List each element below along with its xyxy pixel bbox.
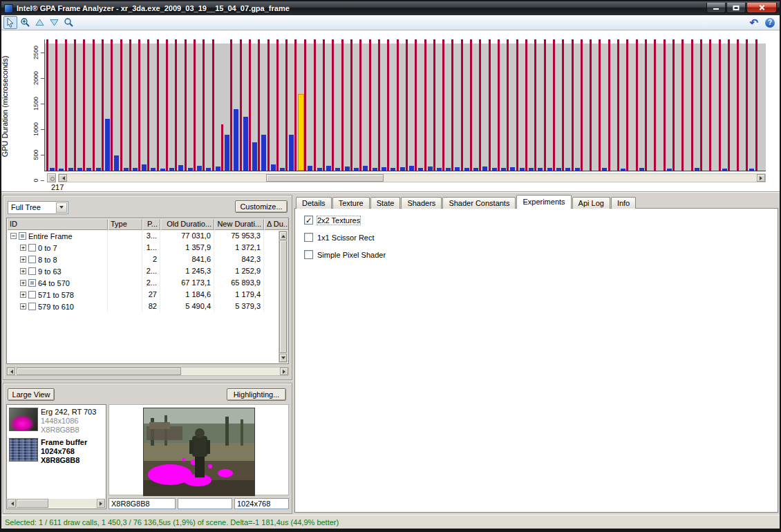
old-duration-bar[interactable] — [636, 39, 638, 171]
old-duration-bar[interactable] — [691, 39, 693, 171]
scroll-left-arrow[interactable] — [7, 368, 15, 375]
old-duration-bar[interactable] — [406, 39, 408, 171]
tab-texture[interactable]: Texture — [332, 197, 370, 209]
new-duration-bar[interactable] — [225, 135, 229, 171]
scroll-down-button[interactable] — [47, 16, 61, 29]
resolution-field[interactable]: 1024x768 — [234, 498, 289, 509]
tab-experiments[interactable]: Experiments — [516, 195, 571, 209]
table-row[interactable]: +8 to 82841,6842,3 — [7, 254, 279, 265]
old-duration-bar[interactable] — [728, 39, 730, 171]
new-duration-bar[interactable] — [482, 167, 487, 171]
scrollbar-thumb[interactable] — [279, 240, 287, 353]
old-duration-bar[interactable] — [534, 39, 536, 171]
old-duration-bar[interactable] — [424, 39, 426, 171]
old-duration-bar[interactable] — [157, 39, 159, 171]
new-duration-bar[interactable] — [86, 168, 91, 171]
scroll-down-arrow[interactable] — [279, 354, 287, 362]
old-duration-bar[interactable] — [314, 39, 316, 171]
table-row[interactable]: +0 to 71...1 357,91 372,1 — [7, 242, 279, 254]
old-duration-bar[interactable] — [83, 39, 85, 171]
old-duration-bar[interactable] — [276, 39, 279, 171]
new-duration-bar[interactable] — [501, 168, 506, 171]
new-duration-bar[interactable] — [160, 169, 165, 171]
new-duration-bar[interactable] — [252, 142, 257, 171]
tab-state[interactable]: State — [370, 197, 401, 209]
expand-icon[interactable]: + — [20, 292, 26, 298]
old-duration-bar[interactable] — [590, 39, 592, 171]
undo-button[interactable]: ↶ — [749, 17, 758, 28]
new-duration-bar[interactable] — [234, 109, 238, 171]
new-duration-bar[interactable] — [464, 168, 469, 171]
new-duration-bar[interactable] — [216, 167, 220, 171]
old-duration-bar[interactable] — [138, 39, 140, 171]
new-duration-bar[interactable] — [428, 167, 433, 171]
old-duration-bar[interactable] — [700, 39, 702, 171]
old-duration-bar[interactable] — [294, 39, 297, 171]
old-duration-bar[interactable] — [608, 39, 610, 171]
new-duration-bar[interactable] — [308, 166, 312, 171]
scroll-right-arrow[interactable] — [97, 499, 105, 508]
new-duration-bar[interactable] — [197, 166, 202, 171]
highlighting-button[interactable]: Highlighting... — [227, 388, 286, 401]
table-row[interactable]: +571 to 578271 184,61 179,4 — [7, 289, 279, 301]
old-duration-bar[interactable] — [46, 39, 48, 171]
checkbox[interactable] — [304, 233, 313, 242]
render-target-item[interactable]: Erg 242, RT 7031448x1086X8R8G8B8 — [8, 406, 105, 436]
chart-scrollbar-origin[interactable] — [47, 173, 56, 182]
old-duration-bar[interactable] — [258, 39, 260, 171]
old-duration-bar[interactable] — [350, 39, 352, 171]
new-duration-bar[interactable] — [133, 168, 138, 171]
old-duration-bar[interactable] — [516, 39, 518, 171]
table-row[interactable]: −Entire Frame3...77 031,075 953,3 — [7, 230, 279, 242]
new-duration-bar[interactable] — [547, 168, 552, 171]
new-duration-bar[interactable] — [575, 168, 580, 171]
old-duration-bar[interactable] — [203, 39, 205, 171]
old-duration-bar[interactable] — [74, 39, 76, 171]
new-duration-bar[interactable] — [455, 167, 460, 171]
old-duration-bar[interactable] — [442, 39, 444, 171]
column-header--du-[interactable]: Δ Du... — [264, 218, 289, 230]
old-duration-bar[interactable] — [212, 39, 214, 171]
experiment-option[interactable]: 1x1 Scissor Rect — [304, 233, 386, 242]
new-duration-bar[interactable] — [382, 167, 386, 171]
new-duration-bar[interactable] — [363, 166, 368, 171]
old-duration-bar[interactable] — [120, 39, 122, 171]
old-duration-bar[interactable] — [755, 39, 758, 171]
new-duration-bar[interactable] — [96, 168, 101, 171]
tab-shaders[interactable]: Shaders — [401, 197, 442, 209]
new-duration-bar[interactable] — [68, 168, 73, 171]
scroll-left-arrow[interactable] — [8, 499, 16, 508]
experiment-option[interactable]: ✓2x2 Textures — [304, 216, 386, 225]
new-duration-bar[interactable] — [59, 169, 64, 171]
new-duration-bar[interactable] — [178, 165, 183, 171]
new-duration-bar[interactable] — [437, 168, 442, 171]
column-header-old-duratio-[interactable]: Old Duratio... — [160, 218, 214, 230]
old-duration-bar[interactable] — [581, 39, 583, 171]
new-duration-bar[interactable] — [206, 168, 211, 171]
old-duration-bar[interactable] — [451, 39, 453, 171]
old-duration-bar[interactable] — [470, 39, 472, 171]
experiment-option[interactable]: Simple Pixel Shader — [304, 250, 386, 259]
new-duration-bar[interactable] — [446, 168, 451, 171]
old-duration-bar[interactable] — [525, 39, 527, 171]
tab-details[interactable]: Details — [296, 197, 332, 209]
old-duration-bar[interactable] — [397, 39, 399, 171]
new-duration-bar[interactable] — [50, 168, 55, 171]
old-duration-bar[interactable] — [102, 39, 104, 171]
column-header-type[interactable]: Type — [108, 218, 142, 230]
frame-buffer-image[interactable] — [143, 408, 255, 496]
tab-api-log[interactable]: Api Log — [572, 197, 610, 209]
table-row[interactable]: +64 to 5702...67 173,165 893,9 — [7, 277, 279, 289]
old-duration-bar[interactable] — [617, 39, 619, 171]
old-duration-bar[interactable] — [654, 39, 656, 171]
new-duration-bar[interactable] — [105, 119, 110, 171]
scroll-up-arrow[interactable] — [279, 231, 287, 240]
new-duration-bar[interactable] — [345, 167, 350, 171]
old-duration-bar[interactable] — [479, 39, 481, 171]
zoom-in-button[interactable] — [18, 16, 32, 29]
scroll-up-button[interactable] — [32, 16, 46, 29]
tree-checkbox[interactable] — [28, 279, 36, 287]
scrollbar-thumb[interactable] — [266, 174, 384, 182]
old-duration-bar[interactable] — [267, 39, 270, 171]
tree-checkbox[interactable] — [19, 232, 26, 240]
